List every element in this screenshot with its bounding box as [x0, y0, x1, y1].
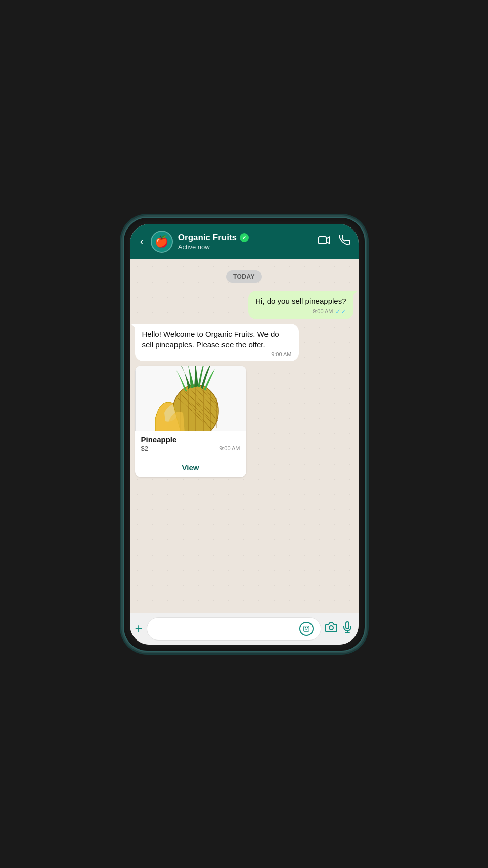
product-card-time: 9:00 AM — [219, 445, 240, 451]
phone-frame: ‹ 🍎 Organic Fruits ✓ Active now — [123, 217, 366, 652]
svg-point-19 — [305, 627, 305, 628]
svg-point-20 — [307, 627, 307, 628]
sent-message-time: 9:00 AM — [313, 308, 333, 314]
back-button[interactable]: ‹ — [138, 233, 146, 250]
product-info: Pineapple $2 9:00 AM — [135, 431, 246, 454]
product-price: $2 — [141, 445, 148, 452]
verified-badge: ✓ — [240, 233, 249, 242]
chat-area: TODAY Hi, do you sell pineapples? 9:00 A… — [130, 259, 359, 613]
emoji-sticker-button[interactable] — [299, 622, 314, 636]
product-card-message: Pineapple $2 9:00 AM View — [135, 366, 353, 477]
received-message-meta: 9:00 AM — [142, 351, 292, 357]
received-message-time: 9:00 AM — [271, 351, 291, 357]
view-product-button[interactable]: View — [182, 463, 199, 472]
product-price-row: $2 9:00 AM — [141, 445, 240, 452]
contact-info: Organic Fruits ✓ Active now — [178, 233, 313, 251]
video-call-icon[interactable] — [318, 236, 330, 247]
chat-header: ‹ 🍎 Organic Fruits ✓ Active now — [130, 224, 359, 259]
sent-message-meta: 9:00 AM ✓✓ — [255, 308, 346, 315]
message-received: Hello! Welcome to Organic Fruits. We do … — [135, 324, 353, 361]
camera-button[interactable] — [325, 621, 337, 636]
svg-rect-18 — [303, 626, 309, 631]
phone-screen: ‹ 🍎 Organic Fruits ✓ Active now — [130, 224, 359, 645]
add-attachment-button[interactable]: + — [135, 621, 143, 636]
product-image — [135, 366, 246, 431]
product-card: Pineapple $2 9:00 AM View — [135, 366, 246, 477]
svg-rect-0 — [319, 237, 326, 244]
received-message-text: Hello! Welcome to Organic Fruits. We do … — [142, 329, 292, 350]
read-receipt-icon: ✓✓ — [335, 308, 346, 315]
svg-point-21 — [329, 626, 333, 630]
message-sent: Hi, do you sell pineapples? 9:00 AM ✓✓ — [135, 291, 353, 319]
date-separator: TODAY — [135, 270, 353, 283]
received-bubble: Hello! Welcome to Organic Fruits. We do … — [135, 324, 299, 361]
sent-message-text: Hi, do you sell pineapples? — [255, 296, 346, 306]
microphone-button[interactable] — [341, 621, 353, 636]
view-btn-row: View — [135, 459, 246, 477]
message-input-field[interactable] — [147, 617, 321, 641]
date-badge: TODAY — [226, 270, 262, 283]
contact-avatar: 🍎 — [151, 231, 173, 253]
product-name: Pineapple — [141, 435, 240, 444]
input-bar: + — [130, 613, 359, 645]
phone-icon[interactable] — [339, 235, 350, 248]
sent-bubble: Hi, do you sell pineapples? 9:00 AM ✓✓ — [248, 291, 353, 319]
avatar-icon: 🍎 — [155, 235, 168, 248]
contact-name: Organic Fruits ✓ — [178, 233, 313, 243]
header-actions — [318, 235, 350, 248]
contact-status: Active now — [178, 243, 313, 251]
